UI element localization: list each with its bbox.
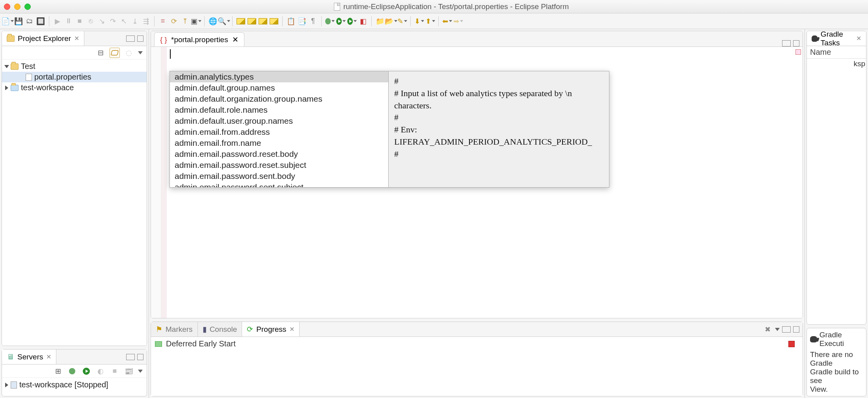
new-button[interactable]: 📄 bbox=[2, 16, 13, 26]
window-controls bbox=[4, 4, 31, 10]
servers-menu-button[interactable] bbox=[138, 370, 143, 373]
content-assist-item[interactable]: admin.email.from.address bbox=[170, 126, 388, 138]
tree-label: Test bbox=[21, 62, 35, 71]
save-all-button[interactable]: 🗂 bbox=[24, 16, 35, 26]
project-explorer-icon bbox=[7, 35, 15, 42]
editor-tab[interactable]: { } *portal.properties ✕ bbox=[154, 32, 244, 46]
run-last-button[interactable] bbox=[347, 16, 357, 26]
window-titlebar: runtime-EclipseApplication - Test/portal… bbox=[0, 0, 868, 13]
project-explorer-title: Project Explorer bbox=[18, 34, 71, 43]
content-assist-item[interactable]: admin.default.organization.group.names bbox=[170, 93, 388, 104]
close-icon[interactable]: ✕ bbox=[74, 35, 79, 42]
progress-tab[interactable]: ⟳ Progress ✕ bbox=[242, 322, 300, 337]
terminate-button: ■ bbox=[75, 16, 85, 26]
minimize-panel-button[interactable] bbox=[782, 326, 791, 333]
close-icon[interactable]: ✕ bbox=[46, 353, 51, 361]
maximize-editor-button[interactable] bbox=[793, 40, 799, 46]
highlight-2-button[interactable] bbox=[247, 16, 257, 26]
debug-menu-button[interactable] bbox=[325, 16, 335, 26]
content-assist-item[interactable]: admin.email.from.name bbox=[170, 138, 388, 149]
web-menu-button[interactable]: 🔍 bbox=[219, 16, 229, 26]
close-icon[interactable]: ✕ bbox=[289, 325, 294, 333]
link-editor-button[interactable] bbox=[110, 48, 120, 58]
stop-progress-button[interactable] bbox=[788, 341, 795, 347]
project-tree[interactable]: Test portal.properties test-workspace bbox=[2, 60, 147, 346]
zoom-window-button[interactable] bbox=[24, 4, 31, 10]
content-assist-item[interactable]: admin.email.password.sent.body bbox=[170, 171, 388, 182]
view-menu-button[interactable] bbox=[138, 51, 143, 54]
highlight-1-button[interactable] bbox=[236, 16, 246, 26]
publish-button[interactable]: 📰 bbox=[124, 366, 134, 376]
content-assist-list[interactable]: admin.analytics.typesadmin.default.group… bbox=[170, 71, 389, 188]
prev-annotation-button[interactable]: ⬆ bbox=[425, 16, 435, 26]
maximize-view-button[interactable] bbox=[137, 354, 143, 360]
gradle-menu-button[interactable]: ▣ bbox=[191, 16, 201, 26]
open-browser-button[interactable]: 🌐 bbox=[208, 16, 218, 26]
tree-label: test-workspace bbox=[21, 83, 74, 92]
minimize-view-button[interactable] bbox=[126, 354, 135, 360]
close-icon[interactable]: ✕ bbox=[856, 35, 861, 42]
next-annotation-button[interactable]: ⬇ bbox=[414, 16, 424, 26]
open-task-button[interactable]: 📂 bbox=[386, 16, 396, 26]
overview-marker bbox=[795, 49, 801, 55]
minimize-window-button[interactable] bbox=[14, 4, 20, 10]
close-window-button[interactable] bbox=[4, 4, 10, 10]
panel-menu-button[interactable] bbox=[775, 328, 780, 331]
minimize-view-button[interactable] bbox=[126, 35, 135, 42]
forward-button[interactable]: ➡ bbox=[453, 16, 463, 26]
expand-toggle[interactable] bbox=[5, 86, 8, 90]
content-assist-item[interactable]: admin.default.user.group.names bbox=[170, 115, 388, 126]
content-assist-item[interactable]: admin.email.password.reset.subject bbox=[170, 160, 388, 171]
close-icon[interactable]: ✕ bbox=[232, 35, 238, 44]
toggle-ruler-button[interactable]: 📋 bbox=[286, 16, 296, 26]
coverage-button[interactable]: ◧ bbox=[358, 16, 368, 26]
editor-tab-label: *portal.properties bbox=[171, 35, 228, 44]
content-assist-doc: # # Input a list of web analytics types … bbox=[389, 71, 609, 188]
highlight-3-button[interactable] bbox=[258, 16, 268, 26]
console-tab[interactable]: ▮ Console bbox=[198, 322, 242, 337]
gradle-tasks-title: Gradle Tasks bbox=[821, 31, 853, 47]
indent-left-button[interactable]: ≡ bbox=[158, 16, 168, 26]
search-button[interactable]: ✎ bbox=[397, 16, 407, 26]
expand-toggle[interactable] bbox=[4, 65, 9, 68]
show-whitespace-button[interactable]: ¶ bbox=[308, 16, 318, 26]
save-button[interactable]: 💾 bbox=[13, 16, 24, 26]
server-item[interactable]: test-workspace [Stopped] bbox=[2, 379, 147, 390]
project-explorer-tab[interactable]: Project Explorer ✕ bbox=[2, 31, 84, 46]
gradle-tasks-tab[interactable]: Gradle Tasks ✕ bbox=[807, 31, 866, 46]
content-assist-item[interactable]: admin.email.password.reset.body bbox=[170, 149, 388, 160]
minimize-editor-button[interactable] bbox=[782, 40, 791, 46]
content-assist-item[interactable]: admin.analytics.types bbox=[170, 71, 388, 82]
maximize-view-button[interactable] bbox=[137, 35, 143, 42]
content-assist-item[interactable]: admin.default.role.names bbox=[170, 104, 388, 115]
import-gradle-button[interactable]: ⤒ bbox=[180, 16, 190, 26]
highlight-4-button[interactable] bbox=[269, 16, 279, 26]
toggle-breadcrumb-button[interactable]: 🔲 bbox=[35, 16, 46, 26]
content-assist-item[interactable]: admin.email.password.sent.subject bbox=[170, 182, 388, 188]
new-server-button[interactable]: ⊞ bbox=[53, 366, 63, 376]
start-server-button[interactable] bbox=[81, 366, 91, 376]
open-type-button[interactable]: 📁 bbox=[375, 16, 385, 26]
run-menu-button[interactable] bbox=[336, 16, 346, 26]
servers-tab[interactable]: 🖥 Servers ✕ bbox=[2, 350, 56, 364]
maximize-panel-button[interactable] bbox=[793, 326, 799, 333]
back-button[interactable]: ⬅ bbox=[442, 16, 452, 26]
word-wrap-button[interactable]: 📑 bbox=[297, 16, 307, 26]
progress-item[interactable]: Deferred Early Start bbox=[155, 339, 799, 348]
tree-item-test[interactable]: Test bbox=[2, 61, 147, 72]
refresh-gradle-button[interactable]: ⟳ bbox=[169, 16, 179, 26]
expand-toggle[interactable] bbox=[5, 383, 8, 387]
gradle-col-name: Name bbox=[807, 46, 866, 59]
debug-server-button[interactable] bbox=[67, 366, 77, 376]
remove-all-button[interactable]: ✖ bbox=[762, 324, 773, 335]
suspend-button: ⏸ bbox=[63, 16, 74, 26]
profile-server-button: ◐ bbox=[95, 366, 106, 376]
focus-task-button: ◌ bbox=[124, 48, 134, 58]
tree-item-test-workspace[interactable]: test-workspace bbox=[2, 82, 147, 93]
servers-view: 🖥 Servers ✕ ⊞ ◐ ■ 📰 bbox=[2, 349, 147, 396]
content-assist-item[interactable]: admin.default.group.names bbox=[170, 82, 388, 93]
markers-tab[interactable]: ⚑ Markers bbox=[151, 322, 198, 337]
collapse-all-button[interactable]: ⊟ bbox=[95, 48, 106, 58]
progress-item-label: Deferred Early Start bbox=[166, 339, 236, 348]
tree-item-portal-properties[interactable]: portal.properties bbox=[2, 72, 147, 82]
